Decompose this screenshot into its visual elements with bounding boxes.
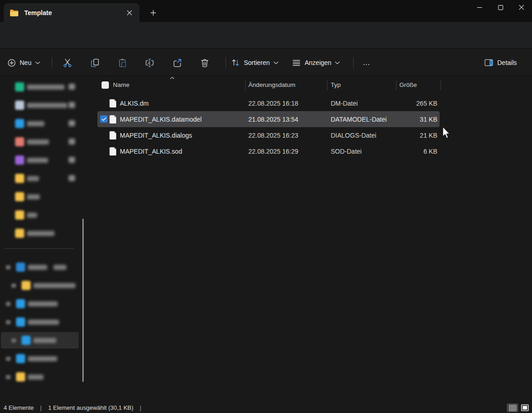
chevron-icon[interactable] [6, 302, 11, 306]
close-button[interactable] [511, 0, 532, 15]
navigation-sidebar [0, 76, 88, 402]
details-view-icon [509, 405, 516, 411]
toolbar-divider [52, 57, 52, 68]
list-lines-icon [292, 58, 301, 67]
sort-ascending-icon [170, 76, 175, 80]
window-controls [469, 0, 532, 15]
file-name: MAPEDIT_ALKIS.sod [120, 143, 182, 159]
share-button[interactable] [169, 55, 185, 70]
pin-icon [69, 102, 75, 108]
file-row-mapedit-alkis-dialogs[interactable]: MAPEDIT_ALKIS.dialogs 22.08.2025 16:23 D… [88, 127, 441, 143]
chevron-icon[interactable] [6, 320, 11, 324]
quick-access-item-redacted[interactable] [0, 151, 88, 169]
sort-icon [231, 58, 240, 67]
quick-access-item-redacted[interactable] [0, 169, 88, 188]
sidebar-tree-item-redacted[interactable] [0, 313, 88, 331]
view-button[interactable]: Anzeigen [292, 55, 340, 70]
quick-access-item-redacted[interactable] [0, 114, 88, 133]
new-button[interactable]: Neu [7, 55, 40, 70]
sidebar-scrollbar[interactable] [82, 219, 84, 382]
select-all-checkbox[interactable] [102, 81, 109, 89]
sidebar-divider [5, 248, 74, 249]
column-divider[interactable] [245, 80, 246, 91]
redacted-label [28, 301, 58, 306]
file-size: 21 KB [363, 127, 437, 143]
file-size: 6 KB [363, 143, 437, 159]
chevron-icon[interactable] [11, 284, 16, 288]
column-divider[interactable] [441, 80, 441, 91]
sidebar-tree-item-redacted[interactable] [0, 276, 88, 295]
chevron-icon[interactable] [6, 357, 11, 361]
cut-button[interactable] [59, 55, 75, 70]
redacted-label [28, 265, 47, 270]
details-view-toggle[interactable] [507, 403, 518, 412]
redacted-label [33, 283, 75, 288]
sidebar-item-icon [15, 119, 24, 128]
minimize-button[interactable] [469, 0, 490, 15]
sort-button[interactable]: Sortieren [231, 55, 279, 70]
more-options-button[interactable]: … [359, 55, 375, 70]
column-divider[interactable] [327, 80, 328, 91]
redacted-label [27, 194, 40, 199]
titlebar: Template [0, 0, 532, 22]
document-icon [109, 99, 117, 108]
content-area: Name Änderungsdatum Typ Größe ALKIS.dm 2… [0, 76, 532, 402]
sidebar-tree-item-redacted[interactable] [0, 331, 88, 349]
redacted-label [27, 158, 48, 163]
chevron-icon[interactable] [11, 338, 16, 343]
sidebar-tree-item-redacted[interactable] [0, 368, 88, 386]
redacted-label [33, 338, 56, 343]
copy-button[interactable] [86, 55, 103, 70]
checked-checkbox[interactable] [100, 115, 107, 123]
column-header-size[interactable]: Größe [399, 77, 417, 93]
trash-icon [200, 58, 210, 68]
sidebar-item-icon [15, 101, 24, 110]
quick-access-item-redacted[interactable] [0, 206, 88, 224]
sidebar-item-icon [15, 192, 24, 201]
sidebar-tree-item-redacted[interactable] [0, 258, 88, 276]
redacted-label [27, 121, 44, 126]
redacted-label [27, 139, 49, 145]
pin-icon [69, 175, 75, 181]
quick-access-item-redacted[interactable] [0, 188, 88, 206]
sidebar-tree-item-redacted[interactable] [0, 295, 88, 313]
explorer-tab[interactable]: Template [4, 3, 140, 22]
file-row-mapedit-alkis-sod[interactable]: MAPEDIT_ALKIS.sod 22.08.2025 16:29 SOD-D… [88, 143, 441, 159]
chevron-down-icon [35, 61, 40, 64]
sidebar-item-icon [15, 137, 24, 146]
sidebar-item-icon [15, 174, 24, 183]
copy-icon [90, 58, 100, 68]
tab-close-icon[interactable] [124, 7, 135, 18]
file-modified: 22.08.2025 16:18 [248, 95, 298, 111]
mouse-cursor [442, 126, 452, 140]
paste-button[interactable] [114, 55, 130, 70]
delete-button[interactable] [196, 55, 213, 70]
chevron-icon[interactable] [6, 375, 11, 379]
rename-button[interactable]: A [141, 55, 158, 70]
sidebar-item-icon [16, 372, 25, 381]
quick-access-item-redacted[interactable] [0, 224, 88, 242]
sidebar-item-icon [15, 82, 24, 91]
details-pane-button[interactable]: Details [484, 55, 517, 70]
sidebar-tree-item-redacted[interactable] [0, 349, 88, 368]
file-explorer-window: Template [0, 0, 532, 413]
chevron-icon[interactable] [6, 265, 11, 269]
document-icon [109, 147, 117, 156]
quick-access-item-redacted[interactable] [0, 78, 88, 96]
column-header-modified[interactable]: Änderungsdatum [248, 77, 296, 93]
column-header-type[interactable]: Typ [331, 77, 341, 93]
maximize-button[interactable] [490, 0, 511, 15]
file-row-alkis-dm[interactable]: ALKIS.dm 22.08.2025 16:18 DM-Datei 265 K… [88, 95, 441, 111]
column-divider[interactable] [396, 80, 397, 91]
thumbnail-view-toggle[interactable] [519, 403, 531, 412]
quick-access-item-redacted[interactable] [0, 96, 88, 114]
chevron-down-icon [274, 61, 279, 64]
quick-access-item-redacted[interactable] [0, 133, 88, 151]
view-button-label: Anzeigen [305, 59, 331, 66]
item-count: 4 Elemente [4, 404, 34, 411]
file-size: 31 KB [363, 111, 437, 127]
quick-access-list [0, 78, 88, 242]
new-tab-button[interactable] [147, 7, 159, 19]
column-header-name[interactable]: Name [113, 77, 129, 93]
file-row-mapedit-alkis-datamodel[interactable]: MAPEDIT_ALKIS.datamodel 21.08.2025 13:54… [88, 111, 441, 127]
